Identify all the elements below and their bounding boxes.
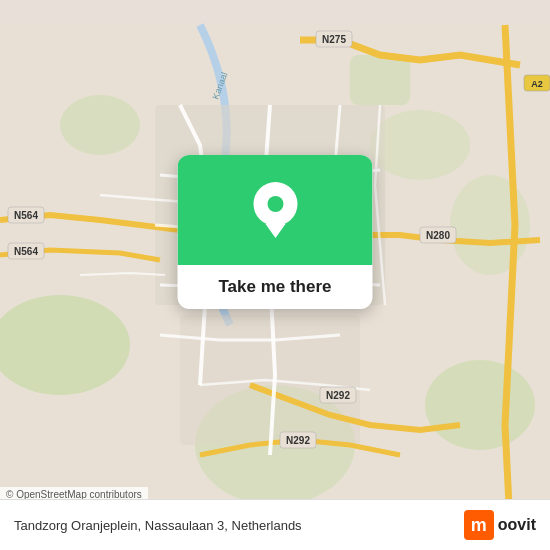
moovit-logo: m oovit — [464, 510, 536, 540]
svg-text:N564: N564 — [14, 210, 38, 221]
svg-text:N280: N280 — [426, 230, 450, 241]
location-text: Tandzorg Oranjeplein, Nassaulaan 3, Neth… — [14, 518, 302, 533]
svg-text:N292: N292 — [286, 435, 310, 446]
moovit-logo-icon: m — [464, 510, 494, 540]
card-green-section — [178, 155, 373, 265]
card-button-area[interactable]: Take me there — [178, 265, 373, 309]
svg-point-4 — [60, 95, 140, 155]
svg-text:N564: N564 — [14, 246, 38, 257]
bottom-bar: Tandzorg Oranjeplein, Nassaulaan 3, Neth… — [0, 499, 550, 550]
svg-text:N275: N275 — [322, 34, 346, 45]
svg-text:A2: A2 — [531, 79, 543, 89]
svg-rect-3 — [350, 55, 410, 105]
take-me-there-card[interactable]: Take me there — [178, 155, 373, 309]
map-container: N275 A2 N564 N564 N280 N292 N292 Kanaal … — [0, 0, 550, 550]
svg-text:N292: N292 — [326, 390, 350, 401]
location-pin-icon — [253, 182, 297, 238]
take-me-there-button[interactable]: Take me there — [218, 277, 331, 296]
svg-point-2 — [425, 360, 535, 450]
moovit-wordmark: oovit — [498, 516, 536, 534]
